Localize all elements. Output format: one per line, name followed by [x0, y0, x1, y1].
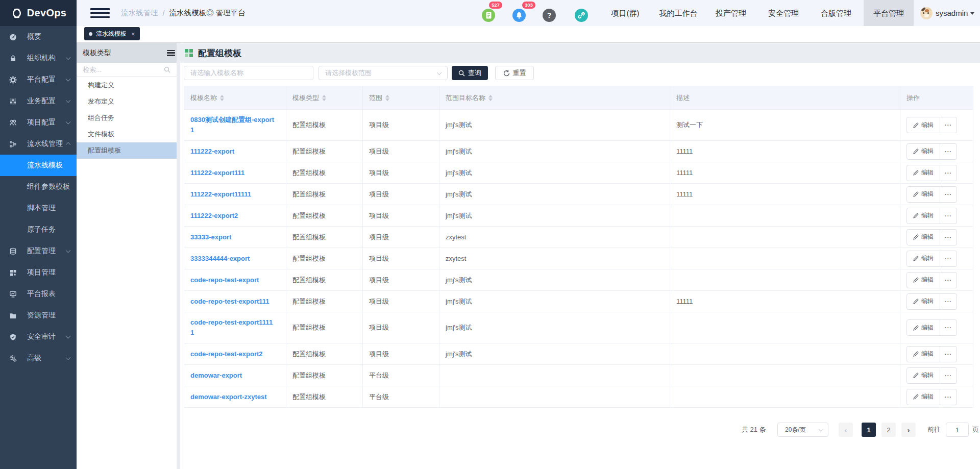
- nav-platform-mgmt[interactable]: 平台管理: [864, 0, 914, 26]
- nav-security-mgmt[interactable]: 安全管理: [768, 0, 799, 26]
- sidebar-collapse-icon[interactable]: [90, 8, 110, 18]
- more-actions-button[interactable]: ···: [940, 347, 957, 362]
- more-actions-button[interactable]: ···: [940, 294, 957, 309]
- edit-button[interactable]: 编辑: [907, 320, 940, 335]
- nav-project-group[interactable]: 项目(群): [605, 0, 646, 26]
- template-link[interactable]: 111222-export111: [190, 169, 244, 177]
- prev-page-button[interactable]: ‹: [839, 423, 853, 437]
- edit-button[interactable]: 编辑: [907, 230, 940, 245]
- reset-button[interactable]: 重置: [495, 66, 534, 80]
- sidebar-item-10[interactable]: 配置管理: [0, 240, 77, 262]
- sidebar-item-13[interactable]: 资源管理: [0, 305, 77, 326]
- template-name-input[interactable]: 请选输入模板名称: [184, 66, 313, 80]
- sort-icon[interactable]: [220, 95, 224, 101]
- sidebar-item-12[interactable]: 平台报表: [0, 283, 77, 305]
- sidebar-item-6[interactable]: 流水线模板: [0, 155, 77, 176]
- sidebar-item-9[interactable]: 原子任务: [0, 219, 77, 240]
- link-icon[interactable]: [575, 9, 588, 22]
- next-page-button[interactable]: ›: [901, 423, 916, 437]
- col-header-1[interactable]: 模板类型: [286, 86, 363, 110]
- tab-close-icon[interactable]: ×: [131, 30, 135, 38]
- panel-item-0[interactable]: 构建定义: [77, 77, 177, 93]
- goto-page-input[interactable]: 1: [946, 423, 969, 437]
- more-actions-button[interactable]: ···: [940, 273, 957, 288]
- breadcrumb-section[interactable]: 流水线管理: [121, 8, 158, 18]
- sidebar-item-2[interactable]: 平台配置: [0, 69, 77, 90]
- more-actions-button[interactable]: ···: [940, 117, 957, 133]
- template-link[interactable]: code-repo-test-export2: [190, 350, 263, 358]
- nav-merge-mgmt[interactable]: 合版管理: [821, 0, 851, 26]
- template-link[interactable]: 111222-export11111: [190, 190, 251, 198]
- more-actions-button[interactable]: ···: [940, 368, 957, 383]
- template-link[interactable]: 3333344444-export: [190, 255, 250, 262]
- notification-bell-icon[interactable]: [512, 9, 526, 22]
- col-header-0[interactable]: 模板名称: [184, 86, 286, 110]
- nav-my-workspace[interactable]: 我的工作台: [658, 0, 699, 26]
- template-link[interactable]: code-repo-test-export: [190, 276, 259, 284]
- panel-item-4[interactable]: 配置组模板: [77, 142, 177, 159]
- edit-button[interactable]: 编辑: [907, 117, 940, 133]
- sidebar-item-14[interactable]: 安全审计: [0, 326, 77, 348]
- edit-button[interactable]: 编辑: [907, 347, 940, 362]
- panel-search-input[interactable]: 检索...: [77, 63, 177, 77]
- panel-menu-icon[interactable]: [167, 50, 175, 56]
- edit-button[interactable]: 编辑: [907, 273, 940, 288]
- pencil-icon: [913, 234, 919, 240]
- panel-item-3[interactable]: 文件模板: [77, 126, 177, 142]
- template-scope-select[interactable]: 请选择模板范围: [318, 66, 448, 80]
- edit-button[interactable]: 编辑: [907, 294, 940, 309]
- sort-icon[interactable]: [322, 95, 326, 101]
- document-icon[interactable]: [482, 9, 495, 22]
- sidebar-item-1[interactable]: 组织机构: [0, 47, 77, 69]
- more-actions-button[interactable]: ···: [940, 187, 957, 202]
- page-1-button[interactable]: 1: [862, 423, 876, 437]
- more-actions-button[interactable]: ···: [940, 320, 957, 335]
- page-size-select[interactable]: 20条/页: [777, 423, 828, 437]
- page-2-button[interactable]: 2: [881, 423, 896, 437]
- template-link[interactable]: code-repo-test-export111: [190, 298, 270, 305]
- more-actions-button[interactable]: ···: [940, 251, 957, 266]
- tab-pipeline-template[interactable]: 流水线模板 ×: [84, 27, 140, 40]
- sidebar-item-0[interactable]: 概要: [0, 26, 77, 47]
- panel-item-1[interactable]: 发布定义: [77, 93, 177, 110]
- user-menu-caret-icon[interactable]: [970, 12, 974, 15]
- nav-production-mgmt[interactable]: 投产管理: [716, 0, 746, 26]
- edit-button[interactable]: 编辑: [907, 208, 940, 224]
- sidebar-item-3[interactable]: 业务配置: [0, 90, 77, 112]
- edit-button[interactable]: 编辑: [907, 251, 940, 266]
- user-avatar[interactable]: [920, 7, 933, 19]
- edit-button[interactable]: 编辑: [907, 187, 940, 202]
- sort-icon[interactable]: [385, 95, 389, 101]
- more-actions-button[interactable]: ···: [940, 389, 957, 405]
- edit-button[interactable]: 编辑: [907, 389, 940, 405]
- edit-button[interactable]: 编辑: [907, 368, 940, 383]
- panel-item-2[interactable]: 组合任务: [77, 110, 177, 126]
- sort-icon[interactable]: [488, 95, 493, 101]
- search-button[interactable]: 查询: [452, 66, 488, 80]
- template-link[interactable]: 0830测试创建配置组-export1: [190, 115, 275, 135]
- template-link[interactable]: demowar-export: [190, 372, 242, 379]
- sidebar-item-5[interactable]: 流水线管理: [0, 133, 77, 155]
- template-link[interactable]: 111222-export2: [190, 212, 238, 219]
- pencil-icon: [913, 213, 919, 218]
- more-actions-button[interactable]: ···: [940, 208, 957, 224]
- user-name[interactable]: sysadmin: [936, 0, 968, 26]
- sidebar-item-8[interactable]: 脚本管理: [0, 198, 77, 219]
- template-link[interactable]: demowar-export-zxytest: [190, 393, 267, 401]
- col-header-3[interactable]: 范围目标名称: [439, 86, 670, 110]
- template-link[interactable]: code-repo-test-export11111: [190, 317, 273, 338]
- help-icon[interactable]: ?: [543, 9, 556, 22]
- edit-button[interactable]: 编辑: [907, 165, 940, 181]
- more-actions-button[interactable]: ···: [940, 144, 957, 159]
- col-header-2[interactable]: 范围: [363, 86, 439, 110]
- page-title: 配置组模板: [198, 47, 241, 59]
- template-link[interactable]: 111222-export: [190, 147, 234, 155]
- template-link[interactable]: 33333-export: [190, 233, 231, 241]
- more-actions-button[interactable]: ···: [940, 230, 957, 245]
- sidebar-item-4[interactable]: 项目配置: [0, 112, 77, 133]
- more-actions-button[interactable]: ···: [940, 165, 957, 181]
- sidebar-item-11[interactable]: 项目管理: [0, 262, 77, 283]
- sidebar-item-7[interactable]: 组件参数模板: [0, 176, 77, 198]
- sidebar-item-15[interactable]: 高级: [0, 348, 77, 369]
- edit-button[interactable]: 编辑: [907, 144, 940, 159]
